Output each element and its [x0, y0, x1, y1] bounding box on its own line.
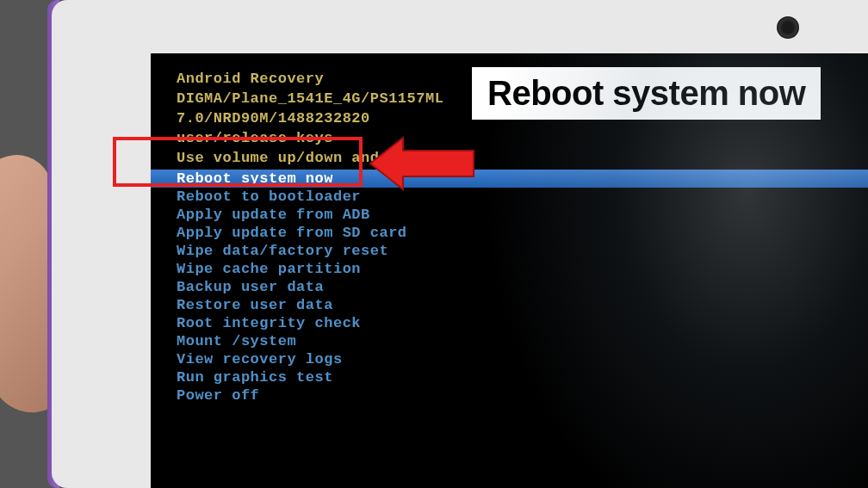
camera-icon: [777, 16, 799, 39]
menu-backup-user[interactable]: Backup user data: [177, 278, 868, 296]
menu-apply-sdcard[interactable]: Apply update from SD card: [177, 224, 868, 242]
instruction-text: Use volume up/down and power.: [177, 150, 868, 167]
menu-view-logs[interactable]: View recovery logs: [177, 350, 868, 368]
menu-apply-adb[interactable]: Apply update from ADB: [177, 206, 868, 224]
menu-mount-system[interactable]: Mount /system: [177, 332, 868, 350]
menu-wipe-data[interactable]: Wipe data/factory reset: [177, 242, 868, 260]
menu-root-check[interactable]: Root integrity check: [177, 314, 868, 332]
arrow-left-icon: [362, 129, 482, 198]
menu-reboot-bootloader[interactable]: Reboot to bootloader: [177, 188, 868, 206]
menu-wipe-cache[interactable]: Wipe cache partition: [177, 260, 868, 278]
annotation-label: Reboot system now: [472, 67, 821, 120]
recovery-menu: Reboot system now Reboot to bootloader A…: [177, 170, 868, 405]
menu-restore-user[interactable]: Restore user data: [177, 296, 868, 314]
menu-power-off[interactable]: Power off: [177, 386, 868, 405]
menu-reboot-system[interactable]: Reboot system now: [151, 170, 868, 188]
build-info: user/release-keys: [177, 130, 868, 147]
menu-graphics-test[interactable]: Run graphics test: [177, 368, 868, 386]
